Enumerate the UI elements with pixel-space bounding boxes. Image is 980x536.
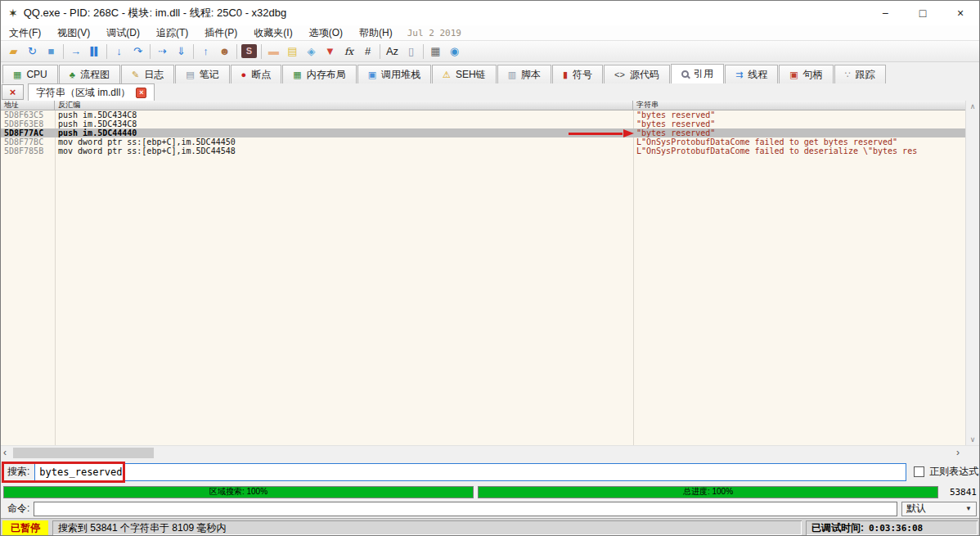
vertical-scrollbar[interactable]: ∧ ∨ (965, 101, 979, 445)
close-all-tabs-button[interactable]: × (2, 84, 24, 100)
table-row[interactable]: 5D8F63E8 push im.5DC434C8 "bytes_reserve… (1, 119, 965, 128)
tab-label: 断点 (251, 68, 271, 82)
status-bar: 已暂停 搜索到 53841 个字符串于 8109 毫秒内 已调试时间: 0:03… (1, 518, 979, 536)
toolbar-separator (261, 44, 262, 59)
run-to-user-code-icon[interactable]: ☻ (215, 43, 234, 60)
tab-memory-map[interactable]: ▦内存布局 (282, 65, 356, 83)
source-code-icon: <> (614, 70, 625, 79)
tab-handles[interactable]: ▣句柄 (779, 65, 833, 83)
tab-label: 跟踪 (856, 68, 875, 82)
execute-till-return-icon[interactable]: ↑ (196, 43, 215, 60)
function-icon[interactable]: fx (339, 43, 358, 60)
text-icon[interactable]: Az (383, 43, 402, 60)
command-row: 命令: 默认 ▼ (1, 499, 979, 518)
scroll-left-icon[interactable]: ‹ (3, 446, 7, 459)
table-row[interactable]: 5D8F77BC mov dword ptr ss:[ebp+C],im.5DC… (1, 137, 965, 146)
menu-favourites[interactable]: 收藏夹(I) (245, 25, 300, 40)
menu-plugins[interactable]: 插件(P) (196, 25, 245, 40)
scroll-down-icon[interactable]: ∨ (970, 435, 976, 444)
table-row[interactable]: 5D8F63C5 push im.5DC434C8 "bytes_reserve… (1, 110, 965, 119)
search-row: 搜索: bytes_reserved 正则表达式 (1, 459, 979, 484)
tab-script[interactable]: ▥脚本 (497, 65, 551, 83)
trace-over-icon[interactable]: ⇓ (172, 43, 191, 60)
step-over-icon[interactable]: ↷ (128, 43, 147, 60)
tab-label: 句柄 (803, 68, 823, 82)
column-header-string[interactable]: 字符串 (633, 101, 965, 110)
restart-icon[interactable]: ↻ (23, 43, 42, 60)
profile-dropdown[interactable]: 默认 ▼ (901, 502, 977, 516)
tab-call-stack[interactable]: ▣调用堆栈 (357, 65, 431, 83)
tab-source[interactable]: <>源代码 (604, 65, 670, 83)
menu-view[interactable]: 视图(V) (49, 25, 98, 40)
scylla-icon[interactable]: S (241, 44, 257, 58)
handles-icon: ▣ (789, 70, 798, 79)
tab-label: 日志 (144, 68, 164, 82)
bookmark-icon[interactable]: ▼ (321, 43, 339, 60)
tab-notes[interactable]: ▤笔记 (175, 65, 229, 83)
open-folder-icon[interactable]: ▰ (4, 43, 23, 60)
tab-graph[interactable]: ♣流程图 (59, 65, 120, 83)
scrollbar-thumb[interactable] (13, 448, 154, 458)
table-row[interactable]: 5D8F785B mov dword ptr ss:[ebp+C],im.5DC… (1, 146, 965, 155)
toolbar-separator (380, 44, 380, 59)
tab-label: CPU (26, 69, 47, 80)
menu-debug[interactable]: 调试(D) (98, 25, 148, 40)
match-text: bytes_res (873, 146, 917, 155)
table-body: 5D8F63C5 push im.5DC434C8 "bytes_reserve… (1, 110, 965, 155)
string-cell: L"OnSysProtobufDataCome failed to deseri… (633, 146, 965, 155)
column-header-address[interactable]: 地址 (1, 101, 55, 110)
toolbar-separator (106, 44, 107, 59)
doc-tab-label: 字符串（区域 im.dll） (36, 86, 130, 100)
label-icon[interactable]: ◈ (302, 43, 321, 60)
tab-references[interactable]: 引用 (671, 64, 724, 83)
tab-trace[interactable]: ∵跟踪 (834, 65, 886, 83)
pause-icon[interactable]: ▌▌ (85, 43, 104, 60)
toolbar-separator (63, 44, 64, 59)
tab-label: 引用 (694, 67, 713, 81)
string-cell: "bytes_reserved" (633, 119, 965, 128)
menu-file[interactable]: 文件(F) (1, 25, 49, 40)
trace-into-icon[interactable]: ⇢ (153, 43, 172, 60)
scroll-up-icon[interactable]: ∧ (970, 102, 976, 110)
regex-checkbox[interactable] (914, 466, 924, 477)
address-cell: 5D8F785B (1, 146, 55, 155)
tab-symbols[interactable]: ▮符号 (552, 65, 603, 83)
step-into-icon[interactable]: ↓ (110, 43, 128, 60)
patch-icon[interactable]: ▬ (264, 43, 283, 60)
disasm-cell: push im.5DC44440 (55, 128, 633, 137)
match-text: bytes_reserved (641, 119, 710, 128)
maximize-button[interactable]: □ (904, 1, 942, 25)
close-button[interactable]: × (942, 1, 979, 25)
menu-help[interactable]: 帮助(H) (351, 25, 401, 40)
toolbar-separator (193, 44, 194, 59)
close-tab-icon[interactable]: × (136, 88, 146, 98)
minimize-button[interactable]: − (866, 1, 904, 25)
tab-seh[interactable]: ⚠SEH链 (432, 65, 497, 83)
run-icon[interactable]: → (66, 43, 85, 60)
device-icon[interactable]: ▯ (402, 43, 420, 60)
column-header-disassembly[interactable]: 反汇编 (55, 101, 633, 110)
stop-icon[interactable]: ■ (42, 43, 61, 60)
string-text: L"OnSysProtobufDataCome failed to get (636, 137, 824, 146)
hash-icon[interactable]: # (358, 43, 377, 60)
strings-result-tab[interactable]: 字符串（区域 im.dll） × (28, 83, 155, 101)
tab-threads[interactable]: ⇉线程 (725, 65, 778, 83)
tab-log[interactable]: ✎日志 (121, 65, 174, 83)
help-globe-icon[interactable]: ◉ (445, 43, 464, 60)
scroll-right-icon[interactable]: › (956, 446, 960, 459)
menu-options[interactable]: 选项(O) (301, 25, 351, 40)
tab-breakpoints[interactable]: ●断点 (231, 65, 282, 83)
match-text: bytes_reserved (641, 128, 710, 137)
table-row-selected[interactable]: 5D8F77AC push im.5DC44440 "bytes_reserve… (1, 128, 965, 137)
build-date: Jul 2 2019 (407, 28, 461, 38)
address-cell: 5D8F77AC (1, 128, 55, 137)
annotation-arrow-head (623, 129, 634, 137)
search-input[interactable]: bytes_reserved (34, 463, 906, 481)
tab-cpu[interactable]: ▦CPU (2, 65, 58, 83)
horizontal-scrollbar[interactable]: ‹ › (1, 445, 979, 459)
comment-icon[interactable]: ▤ (283, 43, 302, 60)
menu-trace[interactable]: 追踪(T) (148, 25, 196, 40)
command-input[interactable] (34, 502, 897, 516)
tab-label: SEH链 (456, 68, 486, 82)
calculator-icon[interactable]: ▦ (426, 43, 445, 60)
